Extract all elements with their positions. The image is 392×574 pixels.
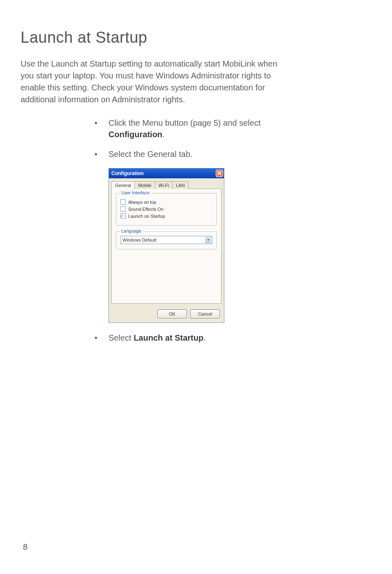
tab-lan[interactable]: LAN — [172, 181, 188, 189]
titlebar: Configuration — [109, 168, 224, 178]
step3-post: . — [203, 333, 206, 342]
ok-button[interactable]: OK — [157, 309, 187, 318]
tab-mobile[interactable]: Mobile — [134, 181, 155, 189]
checkbox-label: Always on top — [128, 200, 156, 205]
step2-text: Select the General tab. — [108, 150, 193, 159]
checkbox-label: Sound Effects On — [128, 207, 164, 212]
steps-list: • Click the Menu button (page 5) and sel… — [95, 117, 292, 160]
checkbox-icon — [120, 199, 126, 205]
close-icon — [217, 171, 221, 176]
groupbox-language-title: Language — [120, 228, 143, 233]
cancel-label: Cancel — [198, 311, 212, 316]
language-value: Windows Default — [122, 237, 157, 242]
tab-strip: General Mobile Wi-Fi LAN — [109, 179, 224, 189]
bullet-icon: • — [95, 148, 108, 160]
checkbox-row-always-on-top[interactable]: Always on top — [120, 199, 212, 205]
groupbox-user-interface: User Interface Always on top Sound Effec… — [116, 193, 217, 226]
tab-wifi-label: Wi-Fi — [159, 183, 169, 188]
tab-lan-label: LAN — [176, 183, 184, 188]
dialog-title: Configuration — [111, 171, 144, 176]
dialog-screenshot: Configuration General Mobile Wi-Fi LAN U… — [108, 168, 371, 323]
tab-general[interactable]: General — [111, 181, 135, 189]
step-text: Click the Menu button (page 5) and selec… — [108, 117, 292, 140]
steps-list-continued: • Select Launch at Startup. — [95, 332, 292, 343]
dropdown-arrow-icon — [205, 237, 211, 243]
bullet-icon: • — [95, 117, 108, 140]
configuration-dialog: Configuration General Mobile Wi-Fi LAN U… — [108, 168, 224, 323]
groupbox-language: Language Windows Default — [116, 231, 217, 249]
checkbox-icon — [120, 206, 126, 212]
checkbox-checked-icon — [120, 213, 126, 219]
language-select[interactable]: Windows Default — [120, 236, 212, 244]
step-text: Select Launch at Startup. — [108, 332, 206, 343]
tab-panel-general: User Interface Always on top Sound Effec… — [111, 189, 221, 304]
step3-bold: Launch at Startup — [134, 333, 203, 342]
groupbox-ui-title: User Interface — [120, 190, 151, 195]
tab-wifi[interactable]: Wi-Fi — [155, 181, 173, 189]
tab-general-label: General — [115, 183, 131, 188]
close-button[interactable] — [216, 170, 223, 177]
step-item: • Select the General tab. — [95, 148, 292, 160]
page-title: Launch at Startup — [21, 29, 371, 46]
step3-pre: Select — [108, 333, 134, 342]
tab-mobile-label: Mobile — [138, 183, 151, 188]
step1-bold: Configuration — [108, 130, 162, 139]
bullet-icon: • — [95, 332, 108, 343]
page-number: 8 — [23, 542, 28, 552]
checkbox-row-sound-effects[interactable]: Sound Effects On — [120, 206, 212, 212]
dialog-button-row: OK Cancel — [109, 306, 224, 323]
step1-pre: Click the Menu button (page 5) and selec… — [108, 118, 261, 127]
cancel-button[interactable]: Cancel — [190, 309, 220, 318]
checkbox-row-launch-on-startup[interactable]: Launch on Startup — [120, 213, 212, 219]
step1-post: . — [162, 130, 165, 139]
step-item: • Click the Menu button (page 5) and sel… — [95, 117, 292, 140]
intro-paragraph: Use the Launch at Startup setting to aut… — [21, 58, 284, 106]
step-item: • Select Launch at Startup. — [95, 332, 292, 343]
checkbox-label: Launch on Startup — [128, 214, 165, 219]
ok-label: OK — [169, 311, 175, 316]
step-text: Select the General tab. — [108, 148, 193, 160]
